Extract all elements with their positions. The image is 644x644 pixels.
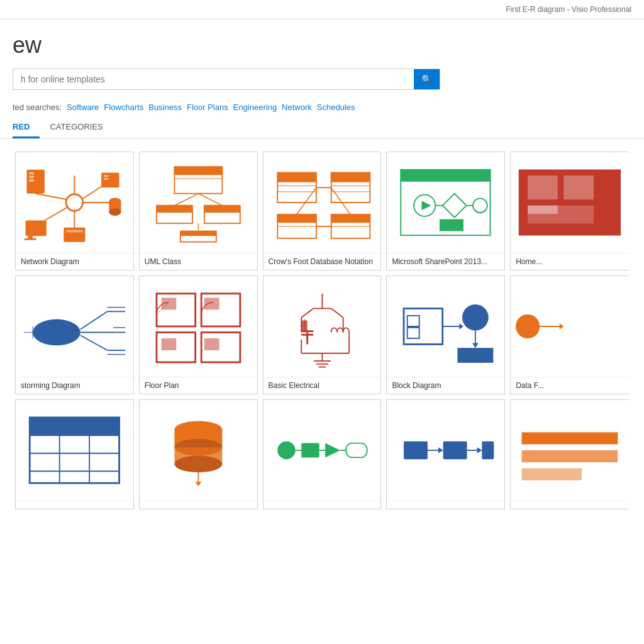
search-input[interactable] — [13, 69, 414, 89]
svg-rect-20 — [64, 228, 85, 242]
svg-rect-63 — [564, 175, 594, 199]
svg-marker-114 — [472, 343, 478, 348]
svg-rect-125 — [30, 418, 119, 435]
svg-marker-145 — [477, 447, 482, 453]
svg-rect-143 — [443, 441, 467, 459]
svg-rect-11 — [26, 220, 47, 236]
template-label-electrical: Basic Electrical — [264, 377, 381, 394]
template-card-crows-foot[interactable]: Crow's Foot Database Notation — [263, 152, 382, 270]
svg-rect-134 — [301, 443, 319, 458]
template-card-r3c2[interactable] — [139, 399, 258, 509]
svg-marker-118 — [560, 323, 564, 330]
svg-rect-148 — [522, 450, 618, 462]
suggested-schedules[interactable]: Schedules — [317, 103, 355, 112]
svg-line-10 — [45, 208, 67, 221]
svg-marker-135 — [325, 443, 340, 458]
svg-rect-26 — [157, 206, 192, 213]
template-card-r3c1[interactable] — [15, 399, 134, 509]
template-card-home[interactable]: Home... — [510, 152, 629, 270]
svg-rect-109 — [408, 328, 419, 338]
svg-rect-53 — [401, 170, 491, 182]
suggested-floorplans[interactable]: Floor Plans — [187, 103, 228, 112]
template-card-network[interactable]: Network Diagram — [15, 152, 134, 270]
template-preview-r3c5 — [511, 400, 629, 501]
suggested-software[interactable]: Software — [67, 103, 99, 112]
suggested-engineering[interactable]: Engineering — [233, 103, 277, 112]
tab-categories[interactable]: CATEGORIES — [50, 117, 113, 138]
svg-line-67 — [80, 311, 108, 329]
template-card-r3c3[interactable] — [263, 399, 382, 509]
svg-line-31 — [174, 194, 198, 206]
template-card-brainstorming[interactable]: storming Diagram — [15, 275, 134, 394]
template-label-r3c1 — [16, 501, 133, 509]
page-title: ew — [0, 19, 644, 69]
template-preview-dataflow — [511, 276, 629, 377]
template-label-floor-plan: Floor Plan — [140, 377, 257, 394]
template-label-brainstorming: storming Diagram — [16, 377, 133, 394]
svg-rect-2 — [29, 175, 34, 178]
suggested-searches: ted searches: Software Flowcharts Busine… — [0, 97, 644, 117]
svg-rect-85 — [161, 338, 176, 350]
svg-rect-39 — [331, 173, 370, 182]
template-preview-electrical — [264, 276, 381, 377]
svg-rect-149 — [522, 469, 582, 480]
svg-marker-142 — [438, 447, 443, 453]
svg-marker-55 — [422, 201, 431, 210]
template-preview-r3c2 — [140, 400, 257, 501]
svg-point-116 — [516, 314, 540, 338]
template-card-uml[interactable]: UML Class — [139, 152, 258, 270]
template-preview-block — [387, 276, 504, 377]
tab-featured[interactable]: RED — [13, 117, 40, 138]
template-preview-home — [511, 152, 629, 253]
svg-rect-19 — [104, 178, 109, 180]
svg-point-66 — [33, 319, 80, 346]
svg-line-7 — [82, 185, 104, 200]
template-label-r3c2 — [140, 501, 257, 509]
svg-rect-30 — [180, 231, 216, 236]
svg-rect-58 — [440, 219, 464, 231]
svg-rect-147 — [522, 432, 618, 444]
suggested-business[interactable]: Business — [148, 103, 182, 112]
suggested-flowcharts[interactable]: Flowcharts — [104, 103, 143, 112]
svg-rect-28 — [204, 206, 240, 213]
template-preview-floor-plan — [140, 276, 257, 377]
template-card-block[interactable]: Block Diagram — [386, 275, 505, 394]
top-bar: First E-R diagram - Visio Professional — [0, 0, 644, 19]
svg-rect-44 — [277, 214, 316, 223]
template-label-r3c3 — [264, 501, 381, 509]
template-label-crows-foot: Crow's Foot Database Notation — [264, 253, 381, 270]
suggested-network[interactable]: Network — [282, 103, 312, 112]
svg-rect-65 — [528, 206, 558, 214]
svg-rect-84 — [204, 297, 219, 309]
template-grid: Network Diagram UM — [0, 139, 644, 522]
svg-rect-35 — [277, 173, 316, 182]
template-card-dataflow[interactable]: Data F... — [510, 275, 629, 394]
svg-point-133 — [277, 441, 295, 459]
svg-rect-1 — [29, 172, 34, 175]
template-label-dataflow: Data F... — [511, 377, 629, 394]
template-label-r3c5 — [511, 501, 629, 509]
svg-rect-140 — [404, 441, 428, 459]
svg-rect-3 — [29, 179, 34, 182]
template-preview-r3c3 — [264, 400, 381, 501]
svg-point-130 — [174, 456, 222, 473]
template-card-electrical[interactable]: Basic Electrical — [263, 275, 382, 394]
svg-rect-136 — [346, 443, 367, 458]
template-label-r3c4 — [387, 501, 504, 509]
template-label-block: Block Diagram — [387, 377, 504, 394]
svg-rect-108 — [408, 316, 419, 326]
template-preview-sharepoint — [387, 152, 504, 253]
svg-rect-115 — [458, 348, 494, 363]
window-title: First E-R diagram - Visio Professional — [506, 5, 631, 14]
svg-rect-18 — [104, 175, 109, 177]
template-label-network: Network Diagram — [16, 253, 133, 270]
search-button[interactable]: 🔍 — [414, 69, 440, 89]
template-preview-network — [16, 152, 133, 253]
svg-point-57 — [473, 198, 487, 213]
template-card-r3c4[interactable] — [386, 399, 505, 509]
svg-line-89 — [301, 309, 313, 318]
template-card-r3c5[interactable] — [510, 399, 629, 509]
template-card-sharepoint[interactable]: Microsoft SharePoint 2013... — [386, 152, 505, 270]
template-card-floor-plan[interactable]: Floor Plan — [139, 275, 258, 394]
template-preview-crows-foot — [264, 152, 381, 253]
